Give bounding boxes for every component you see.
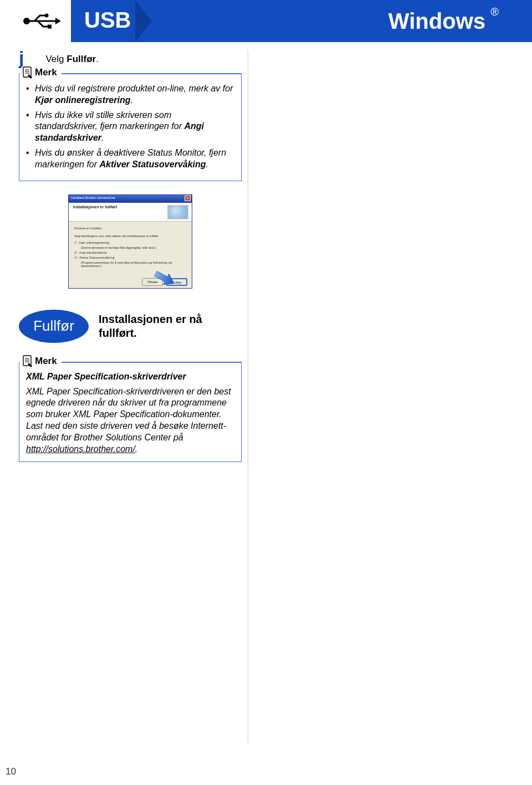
note-label: Merk bbox=[35, 67, 57, 78]
page-number: 10 bbox=[6, 766, 16, 777]
svg-marker-2 bbox=[55, 18, 61, 24]
note2-title: XML Paper Specification-skriverdriver bbox=[26, 372, 234, 382]
installer-screenshot: Installere Brother-skriverdriver × Insta… bbox=[68, 194, 192, 289]
registered-mark: ® bbox=[490, 6, 499, 18]
dialog-opt-1: ☐Kjør onlineregistrering bbox=[74, 241, 186, 244]
dialog-line-2: Velg handlingene som skal utføres når in… bbox=[74, 234, 186, 238]
note2-body-pre: XML Paper Specification-skriverdriveren … bbox=[26, 387, 231, 442]
usb-icon bbox=[19, 10, 63, 32]
close-icon[interactable]: × bbox=[185, 196, 191, 201]
solutions-link[interactable]: http://solutions.brother.com/ bbox=[26, 444, 135, 454]
dialog-opt-2: ☑Angi standardskriver bbox=[74, 251, 186, 254]
note-box-1: Merk Hvis du vil registrere produktet on… bbox=[19, 73, 242, 181]
page-header: USB Windows ® bbox=[0, 0, 532, 42]
note2-label: Merk bbox=[35, 356, 57, 367]
step-text-suffix: . bbox=[96, 54, 99, 64]
note1-bullet-0: Hvis du vil registrere produktet on-line… bbox=[26, 83, 234, 106]
step-text-bold: Fullfør bbox=[66, 54, 96, 64]
note-icon bbox=[23, 66, 33, 79]
column-divider bbox=[248, 50, 248, 742]
step-row: j Velg Fullfør. bbox=[19, 47, 242, 69]
dialog-body: Driveren er installert. Velg handlingene… bbox=[69, 222, 192, 273]
done-badge: Fullfør bbox=[19, 310, 89, 343]
dialog-opt-3: ☑Aktiver Statusovervåkning bbox=[74, 256, 186, 259]
dialog-subtitle: Installasjonen er fullført bbox=[69, 203, 192, 222]
note1-bullet-1: Hvis du ikke vil stille skriveren som st… bbox=[26, 110, 234, 144]
header-usb-label: USB bbox=[84, 8, 131, 33]
dialog-opt-3-sub: (Programvareverktøy for å overvåke enhet… bbox=[81, 261, 186, 268]
note-header: Merk bbox=[22, 66, 62, 79]
note2-body: XML Paper Specification-skriverdriveren … bbox=[26, 386, 234, 455]
done-text: Installasjonen er nå fullført. bbox=[99, 312, 242, 340]
left-column: j Velg Fullfør. Merk Hvis du vil registr… bbox=[19, 47, 242, 462]
step-letter: j bbox=[19, 47, 38, 69]
dialog-opt-1-sub: (Denne tjenesten er kanskje ikke tilgjen… bbox=[81, 246, 186, 249]
dialog-title: Installere Brother-skriverdriver bbox=[71, 196, 115, 199]
header-os-label: Windows bbox=[388, 9, 485, 34]
dialog-line-1: Driveren er installert. bbox=[74, 227, 186, 230]
svg-rect-4 bbox=[48, 25, 52, 29]
header-chevron-icon bbox=[135, 0, 152, 42]
note1-bullet-2: Hvis du ønsker å deaktivere Status Monit… bbox=[26, 147, 234, 171]
step-text-prefix: Velg bbox=[45, 54, 66, 64]
step-instruction: Velg Fullfør. bbox=[45, 54, 98, 65]
note-box-2: Merk XML Paper Specification-skriverdriv… bbox=[19, 362, 242, 463]
dialog-titlebar: Installere Brother-skriverdriver × bbox=[69, 195, 192, 203]
note-icon bbox=[23, 355, 33, 367]
note-header-2: Merk bbox=[22, 355, 62, 367]
note2-body-post: . bbox=[135, 444, 137, 454]
done-row: Fullfør Installasjonen er nå fullført. bbox=[19, 310, 242, 343]
svg-point-3 bbox=[45, 14, 49, 18]
